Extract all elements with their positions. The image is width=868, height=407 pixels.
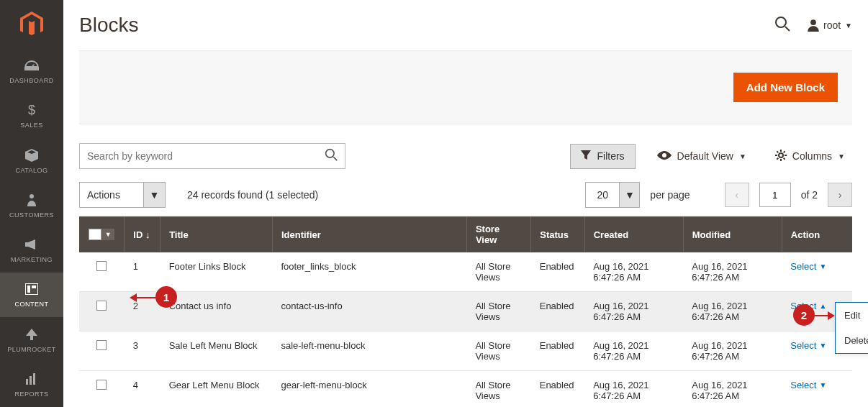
svg-rect-1 xyxy=(25,283,38,295)
cell-modified: Aug 16, 2021 6:47:26 AM xyxy=(683,292,782,331)
chevron-down-icon: ▼ xyxy=(845,22,852,29)
svg-rect-7 xyxy=(33,373,35,385)
cell-id: 1 xyxy=(125,252,161,292)
chevron-down-icon: ▼ xyxy=(143,183,165,207)
nav-plumrocket[interactable]: PLUMROCKET xyxy=(0,317,63,362)
cell-title: Footer Links Block xyxy=(161,252,273,292)
svg-point-8 xyxy=(776,17,786,27)
svg-point-11 xyxy=(326,150,334,157)
global-search-icon[interactable] xyxy=(774,16,790,35)
action-delete[interactable]: Delete xyxy=(836,328,868,353)
row-checkbox[interactable] xyxy=(96,261,107,271)
svg-rect-4 xyxy=(30,336,33,340)
row-checkbox[interactable] xyxy=(96,301,107,311)
cell-identifier: sale-left-menu-block xyxy=(272,331,466,371)
row-checkbox[interactable] xyxy=(96,340,107,350)
annotation-badge-1: 1 xyxy=(155,286,177,308)
magento-logo-icon xyxy=(20,12,43,37)
th-modified[interactable]: Modified xyxy=(683,216,782,252)
annotation-badge-2: 2 xyxy=(793,304,815,326)
page-input[interactable] xyxy=(759,183,791,207)
cell-created: Aug 16, 2021 6:47:26 AM xyxy=(584,331,683,371)
page-title: Blocks xyxy=(79,14,138,37)
user-menu[interactable]: root ▼ xyxy=(808,19,852,32)
gear-icon xyxy=(775,150,787,163)
table-row[interactable]: 1Footer Links Blockfooter_links_blockAll… xyxy=(79,252,852,292)
add-new-block-button[interactable]: Add New Block xyxy=(733,73,838,102)
th-id[interactable]: ID ↓ xyxy=(125,216,161,252)
chevron-down-icon: ▼ xyxy=(838,152,845,160)
nav-catalog[interactable]: CATALOG xyxy=(0,139,63,183)
user-name: root xyxy=(823,19,841,31)
th-store[interactable]: Store View xyxy=(466,216,530,252)
svg-point-13 xyxy=(779,153,783,157)
nav-dashboard[interactable]: DASHBOARD xyxy=(0,49,63,93)
chevron-up-icon: ▲ xyxy=(819,302,826,310)
cell-id: 3 xyxy=(125,331,161,371)
action-edit[interactable]: Edit xyxy=(836,303,868,328)
magento-logo[interactable] xyxy=(20,0,43,49)
chevron-down-icon: ▼ xyxy=(739,152,746,160)
records-found: 24 records found (1 selected) xyxy=(187,189,318,201)
th-identifier[interactable]: Identifier xyxy=(272,216,466,252)
search-input[interactable] xyxy=(87,150,325,162)
chevron-down-icon: ▼ xyxy=(819,381,826,389)
nav-marketing[interactable]: MARKETING xyxy=(0,228,63,273)
th-select[interactable]: ▼ xyxy=(79,216,125,252)
next-page-button[interactable]: › xyxy=(828,183,852,207)
action-select[interactable]: Select ▼ xyxy=(790,261,826,272)
nav-reports[interactable]: REPORTS xyxy=(0,362,63,407)
th-action[interactable]: Action xyxy=(782,216,852,252)
svg-rect-5 xyxy=(26,379,28,385)
svg-rect-3 xyxy=(32,285,36,288)
cell-identifier: gear-left-menu-block xyxy=(272,371,466,408)
page-size-select[interactable]: 20 ▼ xyxy=(585,182,640,208)
row-checkbox[interactable] xyxy=(96,380,107,390)
actions-dropdown[interactable]: Actions ▼ xyxy=(79,182,166,208)
default-view-button[interactable]: Default View ▼ xyxy=(650,145,754,168)
svg-line-9 xyxy=(785,27,790,31)
columns-button[interactable]: Columns ▼ xyxy=(768,144,852,169)
th-created[interactable]: Created xyxy=(584,216,683,252)
annotation-arrow-1 xyxy=(132,297,155,298)
action-bar: Add New Block xyxy=(79,50,852,124)
th-status[interactable]: Status xyxy=(531,216,584,252)
nav-content[interactable]: CONTENT xyxy=(0,273,63,317)
user-icon xyxy=(808,19,819,32)
cell-store: All Store Views xyxy=(466,292,530,331)
cell-status: Enabled xyxy=(531,371,584,408)
cell-id: 4 xyxy=(125,371,161,408)
prev-page-button[interactable]: ‹ xyxy=(725,183,749,207)
table-row[interactable]: 4Gear Left Menu Blockgear-left-menu-bloc… xyxy=(79,371,852,408)
svg-point-0 xyxy=(30,194,34,198)
box-icon xyxy=(25,148,38,163)
annotation-arrow-2 xyxy=(815,315,832,316)
cell-modified: Aug 16, 2021 6:47:26 AM xyxy=(683,252,782,292)
sort-down-icon: ↓ xyxy=(145,229,150,240)
cell-created: Aug 16, 2021 6:47:26 AM xyxy=(584,371,683,408)
svg-rect-2 xyxy=(27,285,30,293)
cell-title: Sale Left Menu Block xyxy=(161,331,273,371)
nav-sales[interactable]: $SALES xyxy=(0,93,63,138)
gauge-icon xyxy=(24,58,39,73)
cell-title: Contact us info xyxy=(161,292,273,331)
cell-created: Aug 16, 2021 6:47:26 AM xyxy=(584,252,683,292)
per-page-label: per page xyxy=(650,189,690,201)
action-select[interactable]: Select ▼ xyxy=(790,340,826,351)
of-pages: of 2 xyxy=(801,189,818,201)
cell-store: All Store Views xyxy=(466,371,530,408)
cell-modified: Aug 16, 2021 6:47:26 AM xyxy=(683,331,782,371)
nav-customers[interactable]: CUSTOMERS xyxy=(0,183,63,228)
action-select[interactable]: Select ▼ xyxy=(790,380,826,390)
dollar-icon: $ xyxy=(28,103,35,117)
cell-store: All Store Views xyxy=(466,252,530,292)
bar-chart-icon xyxy=(26,372,37,386)
cell-created: Aug 16, 2021 6:47:26 AM xyxy=(584,292,683,331)
keyword-search[interactable] xyxy=(79,143,345,169)
table-row[interactable]: 2Contact us infocontact-us-infoAll Store… xyxy=(79,292,852,331)
search-icon[interactable] xyxy=(325,148,338,164)
megaphone-icon xyxy=(25,237,38,252)
th-title[interactable]: Title xyxy=(161,216,273,252)
filters-button[interactable]: Filters xyxy=(570,144,635,169)
table-row[interactable]: 3Sale Left Menu Blocksale-left-menu-bloc… xyxy=(79,331,852,371)
